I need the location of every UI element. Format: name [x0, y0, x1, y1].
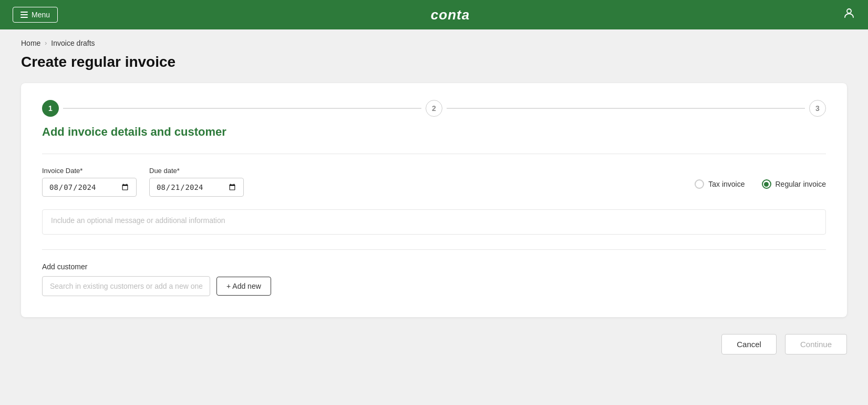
breadcrumb-current: Invoice drafts: [51, 39, 95, 47]
main-card: 1 2 3 Add invoice details and customer I…: [21, 83, 847, 317]
tax-invoice-radio[interactable]: [695, 179, 704, 189]
step-1: 1: [42, 100, 59, 117]
breadcrumb: Home › Invoice drafts: [0, 29, 868, 52]
customer-search-input[interactable]: [42, 276, 210, 296]
message-input[interactable]: [42, 209, 826, 235]
step-3: 3: [809, 100, 826, 117]
add-customer-label: Add customer: [42, 262, 826, 271]
breadcrumb-separator: ›: [45, 39, 47, 47]
hamburger-icon: [20, 12, 28, 18]
footer-actions: Cancel Continue: [0, 317, 868, 367]
due-date-input-wrapper[interactable]: [149, 178, 244, 197]
invoice-date-input-wrapper[interactable]: [42, 178, 137, 197]
stepper: 1 2 3: [42, 100, 826, 117]
cancel-button[interactable]: Cancel: [721, 334, 777, 355]
step-line-1: [63, 108, 421, 109]
add-customer-section: Add customer + Add new: [42, 262, 826, 296]
header: Menu conta: [0, 0, 868, 29]
dates-row: Invoice Date* Due date* Tax invoice Regu…: [42, 167, 826, 197]
due-date-field: Due date*: [149, 167, 244, 197]
step-line-2: [447, 108, 805, 109]
due-date-label: Due date*: [149, 167, 244, 175]
regular-invoice-radio[interactable]: [762, 179, 771, 189]
tax-invoice-option[interactable]: Tax invoice: [695, 179, 745, 189]
user-icon[interactable]: [843, 7, 855, 23]
breadcrumb-home[interactable]: Home: [21, 39, 40, 47]
divider-1: [42, 154, 826, 154]
divider-2: [42, 249, 826, 250]
app-logo: conta: [431, 7, 470, 23]
add-new-label: + Add new: [226, 282, 261, 290]
add-new-button[interactable]: + Add new: [216, 277, 271, 296]
continue-button[interactable]: Continue: [785, 334, 847, 355]
customer-input-row: + Add new: [42, 276, 826, 296]
regular-invoice-option[interactable]: Regular invoice: [762, 179, 826, 189]
menu-label: Menu: [32, 11, 50, 19]
tax-invoice-label: Tax invoice: [708, 180, 745, 188]
step-title: Add invoice details and customer: [42, 125, 826, 139]
svg-point-0: [847, 9, 851, 13]
invoice-date-input[interactable]: [49, 183, 130, 192]
step-2: 2: [426, 100, 442, 117]
menu-button[interactable]: Menu: [13, 7, 58, 23]
due-date-input[interactable]: [156, 183, 237, 192]
regular-invoice-label: Regular invoice: [776, 180, 826, 188]
invoice-type-group: Tax invoice Regular invoice: [695, 167, 826, 189]
page-title: Create regular invoice: [0, 52, 868, 83]
invoice-date-label: Invoice Date*: [42, 167, 137, 175]
invoice-date-field: Invoice Date*: [42, 167, 137, 197]
